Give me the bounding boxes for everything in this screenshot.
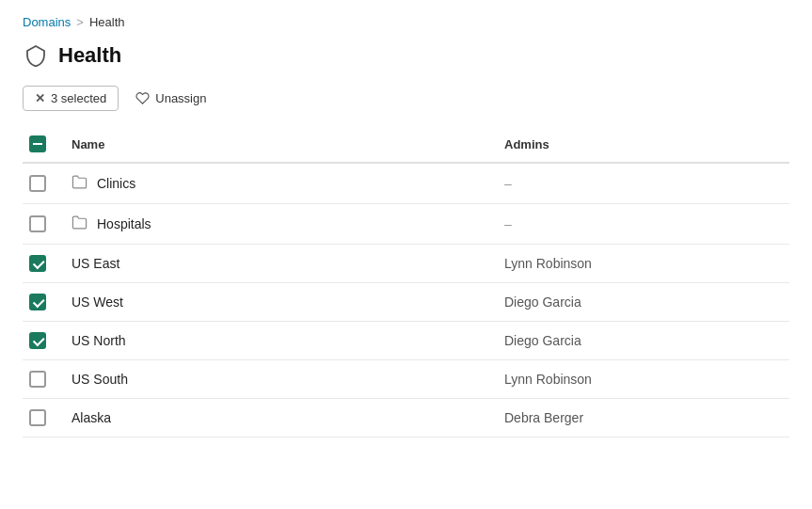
row-admins-cell: Lynn Robinson bbox=[493, 245, 789, 283]
checkbox-us-west[interactable] bbox=[29, 294, 46, 310]
header-name-col: Name bbox=[60, 126, 493, 163]
table-row: Clinics– bbox=[23, 163, 789, 204]
checkbox-clinics[interactable] bbox=[29, 175, 46, 192]
row-name-cell: US South bbox=[60, 360, 493, 399]
selected-count-label: 3 selected bbox=[51, 91, 106, 105]
unassign-icon bbox=[135, 91, 150, 105]
row-admins-cell: Diego Garcia bbox=[493, 283, 789, 322]
checkbox-us-south[interactable] bbox=[29, 371, 46, 388]
row-checkbox-cell bbox=[23, 322, 60, 360]
breadcrumb: Domains > Health bbox=[23, 15, 789, 29]
row-name-text: US West bbox=[72, 294, 123, 310]
checkbox-alaska[interactable] bbox=[29, 409, 46, 426]
row-admins-cell: Diego Garcia bbox=[493, 322, 789, 360]
header-admins-col: Admins bbox=[493, 126, 789, 163]
row-name-text: Alaska bbox=[72, 410, 111, 425]
select-all-checkbox[interactable] bbox=[29, 135, 46, 152]
breadcrumb-current: Health bbox=[89, 15, 125, 29]
selected-count-badge[interactable]: ✕ 3 selected bbox=[23, 86, 119, 111]
table-row: US SouthLynn Robinson bbox=[23, 360, 789, 399]
page-title: Health bbox=[58, 43, 121, 68]
unassign-label: Unassign bbox=[155, 91, 206, 105]
checkbox-us-east[interactable] bbox=[29, 255, 46, 272]
row-checkbox-cell bbox=[23, 204, 60, 245]
row-name-cell: Clinics bbox=[60, 163, 493, 204]
folder-icon bbox=[72, 215, 88, 233]
breadcrumb-separator: > bbox=[76, 15, 84, 29]
toolbar: ✕ 3 selected Unassign bbox=[23, 86, 789, 111]
table-row: US EastLynn Robinson bbox=[23, 245, 789, 283]
row-admins-cell: – bbox=[493, 163, 789, 204]
folder-icon bbox=[72, 174, 88, 193]
row-name-text: Clinics bbox=[97, 176, 135, 191]
table-row: US NorthDiego Garcia bbox=[23, 322, 789, 360]
row-name-cell: US West bbox=[60, 283, 493, 322]
row-checkbox-cell bbox=[23, 245, 60, 283]
row-admins-cell: – bbox=[493, 204, 789, 245]
row-name-text: Hospitals bbox=[97, 216, 151, 231]
table-row: US WestDiego Garcia bbox=[23, 283, 789, 322]
items-table: Name Admins Clinics–Hospitals–US EastLyn… bbox=[23, 126, 789, 437]
row-name-cell: Hospitals bbox=[60, 204, 493, 245]
page-header: Health bbox=[23, 42, 789, 69]
row-checkbox-cell bbox=[23, 283, 60, 322]
clear-selection-icon: ✕ bbox=[35, 91, 45, 105]
row-admins-cell: Lynn Robinson bbox=[493, 360, 789, 399]
admins-dash: – bbox=[504, 176, 512, 191]
unassign-button[interactable]: Unassign bbox=[128, 87, 214, 110]
row-checkbox-cell bbox=[23, 360, 60, 399]
admins-dash: – bbox=[504, 216, 512, 231]
checkbox-us-north[interactable] bbox=[29, 332, 46, 349]
row-name-text: US South bbox=[72, 372, 128, 387]
row-name-cell: US East bbox=[60, 245, 493, 283]
table-row: Hospitals– bbox=[23, 204, 789, 245]
domain-icon bbox=[23, 42, 49, 69]
row-name-cell: Alaska bbox=[60, 399, 493, 437]
breadcrumb-parent-link[interactable]: Domains bbox=[23, 15, 71, 29]
row-checkbox-cell bbox=[23, 163, 60, 204]
header-checkbox-col bbox=[23, 126, 60, 163]
row-checkbox-cell bbox=[23, 399, 60, 437]
table-header-row: Name Admins bbox=[23, 126, 789, 163]
row-name-text: US North bbox=[72, 333, 126, 348]
row-name-text: US East bbox=[72, 256, 119, 271]
row-admins-cell: Debra Berger bbox=[493, 399, 789, 437]
checkbox-hospitals[interactable] bbox=[29, 215, 46, 232]
table-row: AlaskaDebra Berger bbox=[23, 399, 789, 437]
row-name-cell: US North bbox=[60, 322, 493, 360]
